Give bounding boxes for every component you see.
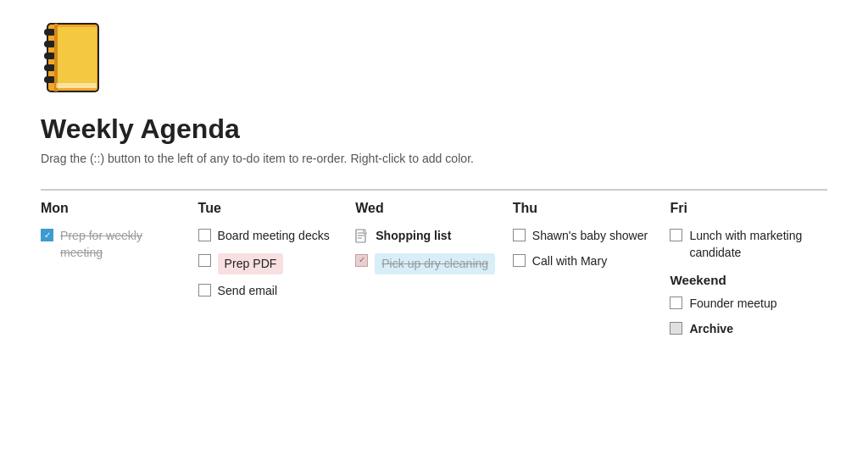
checkbox-mon-1[interactable] <box>41 229 53 241</box>
task-item[interactable]: Lunch with marketing candidate <box>670 228 814 261</box>
checkbox-tue-3[interactable] <box>198 284 211 297</box>
task-text-wed-1: Shopping list <box>376 228 451 245</box>
svg-rect-4 <box>44 53 56 59</box>
svg-rect-2 <box>44 29 56 36</box>
svg-rect-3 <box>44 41 56 47</box>
days-grid: Mon Prep for weekly meeting Tue Board me… <box>41 189 827 346</box>
task-text-mon-1: Prep for weekly meeting <box>60 228 185 261</box>
checkbox-tue-1[interactable] <box>198 229 211 241</box>
task-item[interactable]: Archive <box>670 321 814 338</box>
page-title: Weekly Agenda <box>41 114 827 145</box>
day-col-tue: Tue Board meeting decks Prep PDF Send em… <box>198 189 356 308</box>
svg-rect-1 <box>56 27 97 88</box>
task-text-wknd-1: Founder meetup <box>689 296 776 313</box>
checkbox-thu-2[interactable] <box>513 254 526 267</box>
subtitle: Drag the (::) button to the left of any … <box>41 152 827 165</box>
task-text-wed-2: Pick up dry cleaning <box>375 253 495 275</box>
task-text-thu-1: Shawn's baby shower <box>532 228 648 245</box>
task-text-fri-1: Lunch with marketing candidate <box>689 228 814 261</box>
day-label-fri: Fri <box>670 201 814 216</box>
checkbox-tue-2[interactable] <box>198 254 211 267</box>
day-label-mon: Mon <box>41 201 185 216</box>
task-item[interactable]: Send email <box>198 283 342 300</box>
svg-rect-6 <box>44 76 56 83</box>
task-item[interactable]: Board meeting decks <box>198 228 342 245</box>
checkbox-thu-1[interactable] <box>513 229 526 241</box>
svg-rect-5 <box>44 64 56 71</box>
checkbox-wknd-1[interactable] <box>670 297 682 309</box>
notebook-icon <box>41 20 108 97</box>
checkbox-wed-2[interactable] <box>355 254 368 267</box>
day-label-tue: Tue <box>198 201 342 216</box>
logo-area <box>41 20 827 100</box>
weekend-section-label: Weekend <box>670 273 814 287</box>
day-label-thu: Thu <box>513 201 657 216</box>
task-text-wknd-2: Archive <box>689 321 733 338</box>
task-text-thu-2: Call with Mary <box>532 253 607 270</box>
task-text-tue-1: Board meeting decks <box>218 228 330 245</box>
task-item[interactable]: Founder meetup <box>670 296 814 313</box>
task-item[interactable]: Shawn's baby shower <box>513 228 657 245</box>
task-text-tue-2: Prep PDF <box>218 253 284 275</box>
day-col-fri: Fri Lunch with marketing candidate Weeke… <box>670 189 827 346</box>
task-text-tue-3: Send email <box>218 283 277 300</box>
svg-rect-7 <box>54 24 58 91</box>
day-col-thu: Thu Shawn's baby shower Call with Mary <box>513 189 670 278</box>
checkbox-fri-1[interactable] <box>670 229 682 241</box>
day-label-wed: Wed <box>355 201 499 216</box>
day-col-wed: Wed Shopping list Pick up dry cleaning <box>355 189 513 283</box>
task-item[interactable]: Pick up dry cleaning <box>355 253 499 275</box>
day-col-mon: Mon Prep for weekly meeting <box>41 189 198 269</box>
task-item[interactable]: Prep PDF <box>198 253 342 275</box>
task-item[interactable]: Shopping list <box>355 228 499 245</box>
task-item[interactable]: Call with Mary <box>513 253 657 270</box>
archive-icon <box>670 322 682 335</box>
task-item[interactable]: Prep for weekly meeting <box>41 228 185 261</box>
svg-rect-8 <box>56 83 97 88</box>
doc-icon <box>355 229 369 244</box>
